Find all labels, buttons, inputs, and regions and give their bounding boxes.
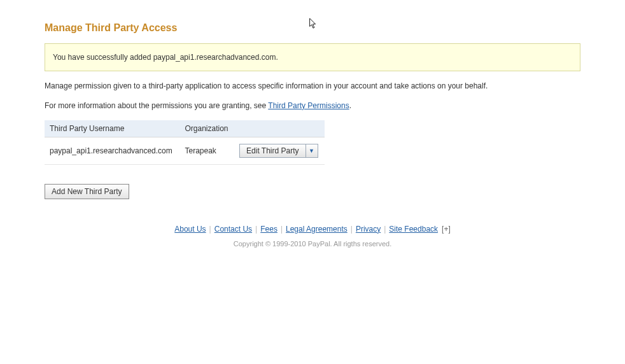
footer-expand[interactable]: [+]: [442, 225, 451, 234]
cell-actions: Edit Third Party ▼: [234, 137, 325, 164]
footer-links: About Us|Contact Us|Fees|Legal Agreement…: [45, 225, 580, 234]
footer: About Us|Contact Us|Fees|Legal Agreement…: [45, 225, 580, 248]
footer-sep: |: [281, 225, 283, 234]
cell-organization: Terapeak: [180, 137, 235, 164]
edit-third-party-dropdown[interactable]: ▼: [306, 144, 318, 157]
third-party-permissions-link[interactable]: Third Party Permissions: [268, 101, 349, 110]
footer-link-legal[interactable]: Legal Agreements: [286, 225, 348, 234]
footer-sep: |: [351, 225, 353, 234]
footer-sep: |: [384, 225, 386, 234]
cell-username: paypal_api1.researchadvanced.com: [45, 137, 180, 164]
description-line1: Manage permission given to a third-party…: [45, 81, 580, 92]
page-title: Manage Third Party Access: [45, 22, 580, 34]
footer-sep: |: [209, 225, 211, 234]
footer-copyright: Copyright © 1999-2010 PayPal. All rigths…: [45, 240, 580, 248]
description-line2-suffix: .: [349, 101, 351, 110]
chevron-down-icon: ▼: [309, 144, 314, 157]
footer-link-contact[interactable]: Contact Us: [214, 225, 252, 234]
table-row: paypal_api1.researchadvanced.com Terapea…: [45, 137, 325, 164]
col-header-organization: Organization: [180, 120, 235, 137]
footer-link-feedback[interactable]: Site Feedback: [389, 225, 438, 234]
col-header-username: Third Party Username: [45, 120, 180, 137]
description-line2-prefix: For more information about the permissio…: [45, 101, 268, 110]
col-header-actions: [234, 120, 325, 137]
footer-link-privacy[interactable]: Privacy: [356, 225, 381, 234]
success-message-text: You have successfully added paypal_api1.…: [53, 53, 278, 62]
add-new-third-party-button[interactable]: Add New Third Party: [45, 184, 129, 199]
footer-link-fees[interactable]: Fees: [260, 225, 277, 234]
third-party-table: Third Party Username Organization paypal…: [45, 120, 325, 165]
edit-third-party-button-group: Edit Third Party ▼: [239, 144, 318, 158]
description-line2: For more information about the permissio…: [45, 101, 580, 111]
footer-sep: |: [255, 225, 257, 234]
footer-link-about[interactable]: About Us: [174, 225, 206, 234]
edit-third-party-button[interactable]: Edit Third Party: [240, 144, 305, 157]
success-message-box: You have successfully added paypal_api1.…: [45, 43, 580, 71]
